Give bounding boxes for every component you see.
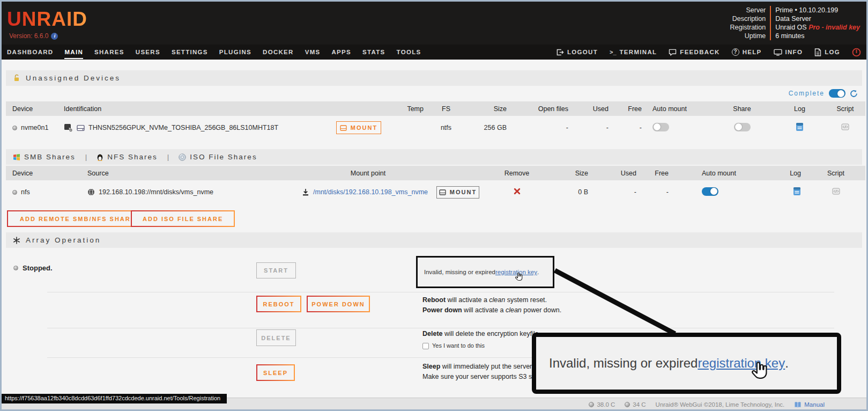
notice-prefix: Invalid, missing or expired: [424, 269, 495, 275]
tab-nfs-shares[interactable]: NFS Shares: [97, 153, 158, 161]
monitor-icon: [774, 49, 782, 56]
logout-button[interactable]: LOGOUT: [556, 49, 598, 56]
nav-stats[interactable]: STATS: [362, 49, 385, 55]
tab-smb-shares[interactable]: SMB Shares: [13, 153, 76, 161]
callout-connector-line: [552, 264, 678, 337]
nav-main[interactable]: MAIN: [64, 49, 83, 55]
delete-confirm-label: Yes I want to do this: [432, 341, 485, 351]
nav-shares[interactable]: SHARES: [94, 49, 124, 55]
padlock-icon: [13, 74, 20, 82]
power-word: Power down: [422, 306, 462, 314]
log-view-icon[interactable]: [793, 187, 801, 196]
cell-size: 256 GB: [462, 116, 513, 140]
uptime-label: Uptime: [730, 32, 771, 40]
delete-label: DELETE: [261, 335, 291, 341]
complete-toggle[interactable]: [829, 89, 845, 98]
mount-button[interactable]: MOUNT: [436, 186, 479, 199]
complete-toggle-row: Complete: [789, 87, 858, 99]
complete-label: Complete: [789, 90, 825, 97]
script-icon[interactable]: [841, 123, 849, 130]
divider: [47, 328, 834, 328]
col-script: Script: [806, 166, 865, 180]
mount-point-link[interactable]: /mnt/disks/192.168.10.198_vms_nvme: [313, 188, 428, 196]
unraid-logo[interactable]: UNRAID: [7, 8, 87, 31]
col-size: Size: [549, 166, 595, 180]
feedback-button[interactable]: FEEDBACK: [669, 49, 719, 56]
auto-mount-toggle[interactable]: [652, 123, 669, 131]
cell-open-files: -: [513, 116, 575, 140]
share-toggle[interactable]: [734, 123, 751, 131]
mount-icon: [340, 125, 347, 131]
table-row: nfs 192.168.10.198://mnt/disks/vms_nvme …: [6, 180, 865, 204]
device-name[interactable]: nvme0n1: [21, 124, 48, 131]
alert-power-button[interactable]: [852, 48, 861, 57]
server-label: Server: [730, 6, 771, 14]
refresh-icon[interactable]: [850, 90, 858, 98]
power-alert-icon: [852, 48, 861, 57]
col-mount-spacer: [436, 166, 485, 180]
log-button[interactable]: LOG: [814, 48, 840, 56]
col-log: Log: [734, 166, 806, 180]
registration-label: Registration: [730, 23, 771, 32]
info-icon[interactable]: i: [51, 33, 58, 40]
col-used: Used: [575, 101, 615, 116]
col-mount-spacer: [336, 101, 400, 116]
registration-key-link-zoomed[interactable]: registration key: [698, 356, 785, 371]
col-free: Free: [615, 101, 648, 116]
sleep-button[interactable]: SLEEP: [256, 364, 295, 381]
add-iso-share-button[interactable]: ADD ISO FILE SHARE: [131, 210, 235, 227]
power-down-button[interactable]: POWER DOWN: [307, 296, 370, 312]
col-open-files: Open files: [513, 101, 575, 116]
footer-temp-2: 34 C: [625, 401, 646, 408]
remove-x-icon[interactable]: [514, 188, 521, 195]
col-script: Script: [825, 101, 865, 116]
zoomed-registration-notice-box: Invalid, missing or expired registration…: [532, 333, 841, 394]
tab-iso-file-shares[interactable]: ISO File Shares: [179, 153, 257, 161]
col-remove: Remove: [485, 166, 549, 180]
nav-tools[interactable]: TOOLS: [397, 49, 421, 55]
nav-plugins[interactable]: PLUGINS: [219, 49, 251, 55]
description-label: Description: [730, 14, 771, 23]
app-header: UNRAID Version: 6.6.0 i Server Prime • 1…: [2, 2, 866, 45]
cell-free: -: [643, 180, 675, 204]
nav-apps[interactable]: APPS: [332, 49, 352, 55]
description-value: Data Server: [771, 14, 860, 23]
delete-confirm-checkbox[interactable]: [422, 343, 429, 349]
add-remote-share-button[interactable]: ADD REMOTE SMB/NFS SHARE: [7, 210, 149, 227]
registration-notice-box: Invalid, missing or expired registration…: [416, 256, 554, 288]
server-info-panel: Server Prime • 10.10.20.199 Description …: [730, 6, 860, 40]
nav-dashboard[interactable]: DASHBOARD: [7, 49, 53, 55]
unraid-main-page: UNRAID Version: 6.6.0 i Server Prime • 1…: [0, 0, 868, 411]
start-button[interactable]: START: [256, 262, 296, 278]
download-icon: [302, 188, 309, 196]
auto-mount-toggle[interactable]: [702, 187, 718, 196]
main-navbar: DASHBOARD MAIN SHARES USERS SETTINGS PLU…: [2, 45, 866, 60]
mount-icon: [439, 189, 446, 195]
nav-docker[interactable]: DOCKER: [263, 49, 294, 55]
help-button[interactable]: ? HELP: [732, 48, 762, 56]
reboot-button[interactable]: REBOOT: [256, 296, 301, 312]
registration-os: Unraid OS: [775, 24, 808, 31]
nav-settings[interactable]: SETTINGS: [172, 49, 208, 55]
delete-help-1: will delete the encryption keyfile.: [443, 330, 541, 337]
delete-button[interactable]: DELETE: [256, 329, 296, 346]
mount-button[interactable]: MOUNT: [336, 121, 381, 134]
terminal-button[interactable]: >_ TERMINAL: [610, 49, 657, 55]
manual-label: Manual: [804, 401, 825, 408]
log-doc-icon: [814, 48, 821, 56]
script-icon[interactable]: [832, 188, 840, 195]
divider: [47, 292, 834, 292]
info-button[interactable]: INFO: [774, 49, 803, 56]
nav-vms[interactable]: VMS: [305, 49, 321, 55]
cell-used: -: [575, 116, 615, 140]
shares-section-bar: SMB Shares | NFS Shares | ISO File Share…: [6, 149, 862, 165]
uptime-value: 6 minutes: [771, 32, 860, 40]
col-share: Share: [710, 101, 774, 116]
manual-link[interactable]: Manual: [794, 401, 825, 408]
col-mount-point: Mount point: [300, 166, 436, 180]
log-view-icon[interactable]: [796, 122, 804, 131]
nav-users[interactable]: USERS: [136, 49, 160, 55]
terminal-icon: >_: [610, 49, 617, 55]
col-source: Source: [81, 166, 300, 180]
array-status-row: Stopped.: [13, 264, 53, 272]
